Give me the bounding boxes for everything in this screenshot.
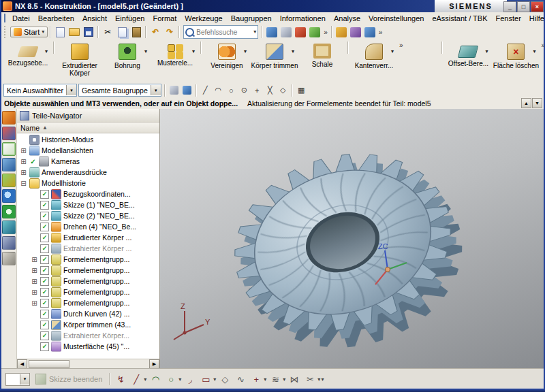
- menu-analyse[interactable]: Analyse: [330, 14, 364, 23]
- chevron-down-icon[interactable]: ▾: [178, 376, 181, 382]
- sketch-name-dropdown[interactable]: ▾: [5, 373, 30, 386]
- toolbar-grip[interactable]: [4, 26, 8, 38]
- expand-toggle-icon[interactable]: ⊞: [31, 278, 38, 285]
- snap-endpoint-icon[interactable]: ╱: [200, 85, 211, 96]
- constraint-navigator-icon[interactable]: [2, 127, 16, 140]
- checkbox[interactable]: ✓: [40, 255, 49, 264]
- hd3d-tool-icon[interactable]: [2, 174, 16, 187]
- tree-item-user-expressions[interactable]: ⊞ Anwenderausdrücke: [17, 167, 159, 178]
- toolbar-overflow-icon[interactable]: »: [398, 42, 405, 49]
- edge-blend-button[interactable]: ▾ Kantenverr...: [350, 42, 398, 82]
- extrude-button[interactable]: Extrudierter Körper: [56, 42, 104, 82]
- paste-button[interactable]: [129, 26, 143, 39]
- display-mode-button[interactable]: [349, 26, 362, 39]
- measure-button[interactable]: [334, 26, 348, 39]
- chevron-down-icon[interactable]: ▾: [20, 374, 29, 385]
- expand-toggle-icon[interactable]: ⊞: [20, 158, 27, 165]
- menu-werkzeuge[interactable]: Werkzeuge: [181, 14, 226, 23]
- menu-fenster[interactable]: Fenster: [492, 14, 525, 23]
- snap-point-icon[interactable]: +: [251, 85, 263, 96]
- tree-item-pattern-face[interactable]: ✓ Musterfläche (45) "...: [17, 341, 159, 352]
- snap-center-icon[interactable]: ⊙: [238, 85, 250, 96]
- checkbox[interactable]: ✓: [40, 190, 49, 199]
- tree-item-model-history[interactable]: ⊟ Modellhistorie: [17, 178, 159, 189]
- open-file-button[interactable]: [67, 26, 81, 39]
- checkbox[interactable]: ✓: [40, 321, 49, 329]
- profile-tool-button[interactable]: ↯: [114, 372, 127, 386]
- rectangle-tool-button[interactable]: ▭: [199, 372, 213, 386]
- roles-icon[interactable]: [2, 252, 16, 265]
- selection-filter-dropdown[interactable]: Kein Auswahlfilter ▾: [3, 84, 77, 97]
- shell-button[interactable]: Schale: [298, 42, 346, 82]
- tree-item-feature-group[interactable]: ⊞ ✓ Formelementgrupp...: [17, 287, 159, 297]
- view-triad[interactable]: Z Y: [167, 301, 211, 344]
- tree-item-through-curves[interactable]: ✓ Durch Kurven (42) ...: [17, 308, 159, 319]
- chevron-down-icon[interactable]: ▾: [144, 48, 147, 54]
- menu-ansicht[interactable]: Ansicht: [78, 14, 111, 23]
- chevron-down-icon[interactable]: ▾: [253, 29, 256, 35]
- tree-item-sketch-2[interactable]: ✓ Skizze (2) "NEO_BE...: [17, 210, 159, 221]
- chevron-down-icon[interactable]: ▾: [485, 48, 488, 54]
- cut-button[interactable]: ✂: [101, 26, 114, 39]
- checkbox[interactable]: ✓: [40, 299, 49, 308]
- arc-tool-button[interactable]: ◠: [149, 372, 162, 386]
- graphics-viewport[interactable]: ZC Z Y: [160, 109, 544, 368]
- assembly-navigator-icon[interactable]: [2, 111, 16, 125]
- tree-item-feature-group[interactable]: ⊞ ✓ Formelementgrupp...: [17, 297, 159, 308]
- scroll-right-arrow-icon[interactable]: ▶: [149, 359, 159, 369]
- show-hide-button[interactable]: [363, 26, 377, 39]
- menu-informationen[interactable]: Informationen: [276, 14, 330, 23]
- scrollbar-thumb[interactable]: [29, 360, 69, 368]
- offset-region-button[interactable]: ▾ Offset-Bere...: [444, 42, 492, 82]
- tree-item-trim-body[interactable]: ✓ Körper trimmen (43...: [17, 319, 159, 330]
- menu-hilfe[interactable]: Hilfe: [525, 14, 545, 23]
- toolbar-overflow-icon[interactable]: »: [322, 29, 329, 36]
- collapse-toggle-icon[interactable]: ⊟: [20, 180, 27, 187]
- expand-toggle-icon[interactable]: ⊞: [31, 267, 38, 274]
- snap-quadrant-icon[interactable]: ◇: [277, 85, 289, 96]
- pattern-feature-button[interactable]: ▾ Musterele...: [151, 42, 199, 82]
- checkbox[interactable]: ✓: [40, 266, 49, 275]
- redo-button[interactable]: ↷: [163, 26, 176, 39]
- chevron-down-icon[interactable]: ▾: [292, 48, 294, 54]
- checkbox[interactable]: ✓: [40, 233, 49, 242]
- circle-tool-button[interactable]: ○: [164, 372, 178, 386]
- manage-icon[interactable]: [2, 236, 16, 250]
- checkbox[interactable]: ✓: [40, 212, 49, 220]
- menu-eassistant[interactable]: eAssistant / TBK: [428, 14, 491, 23]
- view-orient-button[interactable]: [294, 26, 307, 39]
- tree-item-extracted-body[interactable]: ✓ Extrahierter Körper ...: [17, 243, 159, 254]
- unite-button[interactable]: ▾ Vereinigen: [203, 42, 251, 82]
- spline-tool-button[interactable]: ∿: [234, 372, 247, 386]
- tree-item-cameras[interactable]: ⊞ ✓ Kameras: [17, 156, 159, 167]
- snap-arc-icon[interactable]: ◠: [213, 85, 224, 96]
- checkbox[interactable]: ✓: [40, 288, 49, 297]
- menu-datei[interactable]: Datei: [8, 14, 34, 23]
- expand-toggle-icon[interactable]: ⊞: [31, 256, 38, 263]
- column-header-name[interactable]: Name ▲: [17, 122, 159, 133]
- trim-tool-button[interactable]: ✂: [303, 372, 317, 386]
- select-all-button[interactable]: [181, 85, 193, 96]
- close-button[interactable]: ×: [531, 1, 544, 12]
- mirror-curve-tool-button[interactable]: ⋈: [287, 372, 301, 386]
- tree-item-feature-group[interactable]: ⊞ ✓ Formelementgrupp...: [17, 276, 159, 287]
- expand-toggle-icon[interactable]: ⊞: [31, 289, 38, 296]
- reuse-library-icon[interactable]: [2, 158, 16, 172]
- layer-settings-button[interactable]: [279, 26, 293, 39]
- highlight-button[interactable]: [168, 85, 180, 96]
- delete-face-button[interactable]: × ▾ Fläche löschen: [492, 42, 540, 82]
- snap-intersection-icon[interactable]: ╳: [264, 85, 276, 96]
- tree-item-revolve[interactable]: ✓ Drehen (4) "NEO_Be...: [17, 221, 159, 232]
- copy-button[interactable]: [115, 26, 129, 39]
- menu-einfuegen[interactable]: Einfügen: [111, 14, 149, 23]
- tree-item-sketch-1[interactable]: ✓ Skizze (1) "NEO_BE...: [17, 199, 159, 210]
- status-scroll-down-button[interactable]: ▼: [532, 98, 542, 108]
- gear-model[interactable]: [200, 122, 486, 362]
- new-file-button[interactable]: [53, 26, 67, 39]
- checkbox[interactable]: ✓: [40, 201, 49, 210]
- selection-scope-dropdown[interactable]: Gesamte Baugruppe ▾: [78, 84, 161, 97]
- finish-sketch-button[interactable]: Skizze beenden: [32, 372, 106, 386]
- expand-toggle-icon[interactable]: ⊞: [20, 147, 27, 154]
- line-tool-button[interactable]: ╱: [129, 372, 143, 386]
- start-menu-button[interactable]: Start ▾: [10, 27, 48, 37]
